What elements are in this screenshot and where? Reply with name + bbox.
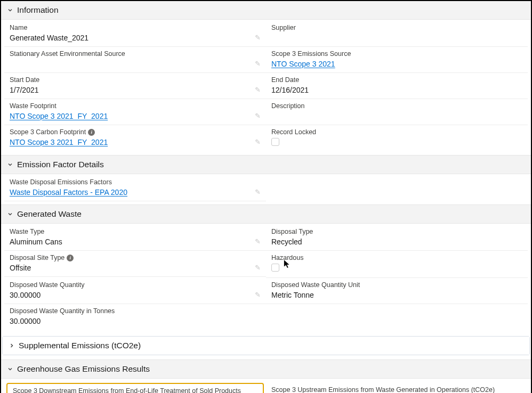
field-label: Scope 3 Carbon Footprint i	[10, 128, 261, 136]
chevron-right-icon	[8, 342, 15, 349]
field-label: Stationary Asset Environmental Source	[10, 50, 261, 58]
field-value-link[interactable]: NTO Scope 3 2021	[271, 59, 522, 69]
field-value	[271, 137, 522, 149]
field-label: Record Locked	[271, 128, 522, 136]
field-value	[271, 263, 522, 274]
section-title: Generated Waste	[17, 209, 82, 219]
section-title: Emission Factor Details	[17, 160, 104, 169]
field-start-date[interactable]: Start Date 1/7/2021 ✎	[4, 73, 266, 99]
section-header-ghg-results[interactable]: Greenhouse Gas Emissions Results	[1, 359, 531, 379]
record-detail-panel: Information Name Generated Waste_2021 ✎ …	[0, 0, 532, 393]
field-disposed-quantity-unit[interactable]: Disposed Waste Quantity Unit Metric Tonn…	[266, 278, 528, 304]
field-scope3-source[interactable]: Scope 3 Emissions Source NTO Scope 3 202…	[266, 47, 528, 73]
section-title: Supplemental Emissions (tCO2e)	[19, 341, 141, 350]
field-disposal-type[interactable]: Disposal Type Recycled	[266, 225, 528, 251]
field-value: 30.00000	[10, 290, 261, 300]
field-label: Scope 3 Downstream Emissions from End-of…	[13, 387, 257, 393]
field-label: Waste Footprint	[10, 102, 261, 110]
field-waste-disposal-factors[interactable]: Waste Disposal Emissions Factors Waste D…	[4, 175, 266, 201]
section-body-emission-factor-details: Waste Disposal Emissions Factors Waste D…	[1, 174, 531, 204]
field-value-link[interactable]: NTO Scope 3 2021_FY_2021	[10, 137, 261, 148]
chevron-down-icon	[6, 365, 14, 373]
field-label: Hazardous	[271, 254, 522, 261]
field-value: 12/16/2021	[271, 85, 522, 95]
field-label: Scope 3 Upstream Emissions from Waste Ge…	[271, 386, 522, 393]
field-disposal-site-type[interactable]: Disposal Site Type i Offsite ✎	[4, 251, 266, 277]
field-value: Generated Waste_2021	[10, 32, 261, 43]
field-label: Disposed Waste Quantity in Tonnes	[10, 307, 261, 315]
info-icon[interactable]: i	[88, 129, 95, 136]
field-disposed-quantity-tonnes[interactable]: Disposed Waste Quantity in Tonnes 30.000…	[4, 304, 266, 330]
field-value	[10, 59, 261, 69]
field-label: Name	[10, 24, 261, 31]
field-value-link[interactable]: Waste Disposal Factors - EPA 2020	[10, 187, 261, 198]
field-label: Disposal Type	[271, 228, 522, 235]
section-header-emission-factor-details[interactable]: Emission Factor Details	[1, 155, 531, 174]
section-header-generated-waste[interactable]: Generated Waste	[1, 204, 531, 224]
field-waste-footprint[interactable]: Waste Footprint NTO Scope 3 2021_FY_2021…	[4, 99, 266, 125]
field-label: Description	[271, 102, 522, 110]
section-header-supplemental-emissions[interactable]: Supplemental Emissions (tCO2e)	[3, 337, 529, 355]
field-waste-type[interactable]: Waste Type Aluminum Cans ✎	[4, 225, 266, 251]
chevron-down-icon	[6, 6, 14, 14]
section-title: Greenhouse Gas Emissions Results	[17, 364, 150, 374]
field-value: 30.00000	[10, 316, 261, 326]
field-record-locked[interactable]: Record Locked	[266, 125, 528, 152]
field-label: Waste Type	[10, 228, 261, 235]
field-description[interactable]: Description	[266, 99, 528, 125]
field-label: Waste Disposal Emissions Factors	[10, 178, 261, 186]
field-value-link[interactable]: NTO Scope 3 2021_FY_2021	[10, 111, 261, 121]
field-value	[271, 111, 522, 121]
field-label: Scope 3 Emissions Source	[271, 50, 522, 58]
field-scope3-carbon-footprint[interactable]: Scope 3 Carbon Footprint i NTO Scope 3 2…	[4, 125, 266, 151]
chevron-down-icon	[6, 210, 14, 218]
field-label: Supplier	[271, 24, 522, 31]
field-label: Disposal Site Type i	[10, 254, 261, 261]
field-scope3-upstream: Scope 3 Upstream Emissions from Waste Ge…	[266, 383, 528, 393]
field-value: Metric Tonne	[271, 290, 522, 300]
field-label: Disposed Waste Quantity	[10, 281, 261, 289]
field-disposed-quantity[interactable]: Disposed Waste Quantity 30.00000 ✎	[4, 278, 266, 304]
section-header-information[interactable]: Information	[1, 1, 531, 20]
chevron-down-icon	[6, 161, 14, 168]
field-value: Offsite	[10, 263, 261, 273]
field-label: Start Date	[10, 76, 261, 84]
section-body-ghg-results: Scope 3 Downstream Emissions from End-of…	[1, 379, 531, 393]
section-supplemental-emissions: Supplemental Emissions (tCO2e)	[2, 336, 530, 355]
field-value	[271, 32, 522, 43]
checkbox-record-locked[interactable]	[271, 138, 279, 146]
field-hazardous[interactable]: Hazardous	[266, 251, 528, 278]
section-body-information: Name Generated Waste_2021 ✎ Supplier Sta…	[1, 20, 531, 155]
field-value: 1/7/2021	[10, 85, 261, 95]
field-value: Aluminum Cans	[10, 236, 261, 247]
highlighted-field: Scope 3 Downstream Emissions from End-of…	[6, 383, 264, 393]
checkbox-hazardous[interactable]	[271, 264, 279, 272]
field-name[interactable]: Name Generated Waste_2021 ✎	[4, 21, 266, 47]
field-supplier[interactable]: Supplier	[266, 21, 528, 47]
field-value: Recycled	[271, 236, 522, 247]
field-end-date[interactable]: End Date 12/16/2021	[266, 73, 528, 99]
info-icon[interactable]: i	[67, 255, 74, 261]
field-label: End Date	[271, 76, 522, 84]
field-stationary-asset[interactable]: Stationary Asset Environmental Source ✎	[4, 47, 266, 73]
section-title: Information	[17, 5, 59, 15]
field-label: Disposed Waste Quantity Unit	[271, 281, 522, 289]
field-scope3-downstream: Scope 3 Downstream Emissions from End-of…	[12, 386, 259, 393]
section-body-generated-waste: Waste Type Aluminum Cans ✎ Disposal Type…	[1, 224, 531, 333]
